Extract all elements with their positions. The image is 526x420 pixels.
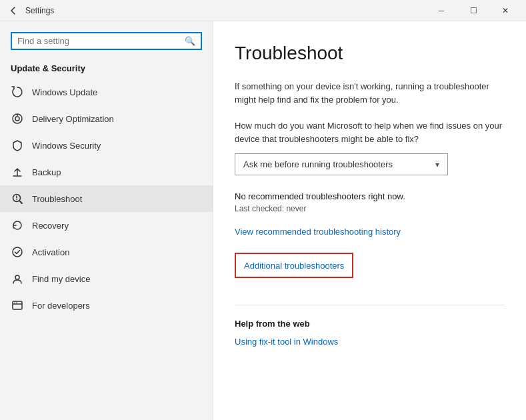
- windows-update-icon: [11, 85, 24, 99]
- svg-point-12: [16, 302, 17, 303]
- sidebar-item-backup[interactable]: Backup: [0, 159, 213, 185]
- using-fix-link[interactable]: Using fix-it tool in Windows: [235, 337, 505, 347]
- sidebar-label-windows-update: Windows Update: [32, 87, 97, 97]
- minimize-button[interactable]: ─: [426, 0, 457, 21]
- sidebar-item-recovery[interactable]: Recovery: [0, 212, 213, 239]
- no-recommended-text: No recommended troubleshooters right now…: [235, 191, 505, 201]
- dropdown-arrow-icon: ▾: [435, 160, 439, 169]
- backup-icon: [11, 165, 24, 179]
- page-title: Troubleshoot: [235, 43, 505, 64]
- back-button[interactable]: [5, 4, 21, 17]
- sidebar-item-troubleshoot[interactable]: Troubleshoot: [0, 185, 213, 212]
- sidebar-item-windows-security[interactable]: Windows Security: [0, 132, 213, 159]
- sidebar-label-backup: Backup: [32, 167, 61, 177]
- sidebar-item-windows-update[interactable]: Windows Update: [0, 79, 213, 105]
- sidebar-label-for-developers: For developers: [32, 301, 90, 311]
- troubleshoot-icon: [11, 192, 24, 205]
- sidebar-label-recovery: Recovery: [32, 221, 69, 231]
- svg-line-5: [19, 201, 22, 203]
- recovery-icon: [11, 219, 24, 232]
- delivery-optimization-icon: [11, 112, 24, 125]
- window-controls: ─ ☐ ✕: [426, 0, 521, 21]
- sidebar-item-delivery-optimization[interactable]: Delivery Optimization: [0, 105, 213, 132]
- last-checked-text: Last checked: never: [235, 204, 505, 213]
- sidebar-item-for-developers[interactable]: For developers: [0, 292, 213, 319]
- sidebar-label-windows-security: Windows Security: [32, 141, 101, 151]
- svg-point-7: [16, 199, 17, 201]
- sidebar-label-find-my-device: Find my device: [32, 274, 90, 284]
- windows-security-icon: [11, 139, 24, 152]
- sidebar-header: 🔍: [0, 21, 213, 63]
- content-area: Troubleshoot If something on your device…: [213, 21, 526, 420]
- sidebar-nav: Windows UpdateDelivery OptimizationWindo…: [0, 79, 213, 319]
- activation-icon: [11, 245, 24, 259]
- search-input[interactable]: [17, 36, 185, 46]
- find-my-device-icon: [11, 272, 24, 285]
- window-title: Settings: [25, 6, 426, 15]
- for-developers-icon: [11, 299, 24, 312]
- maximize-button[interactable]: ☐: [458, 0, 489, 21]
- sidebar-label-activation: Activation: [32, 247, 69, 257]
- sidebar: 🔍 Update & Security Windows UpdateDelive…: [0, 21, 213, 420]
- close-button[interactable]: ✕: [490, 0, 521, 21]
- svg-point-9: [15, 275, 19, 279]
- titlebar: Settings ─ ☐ ✕: [0, 0, 526, 21]
- description-text: If something on your device isn't workin…: [235, 80, 505, 106]
- additional-troubleshooters-box: Additional troubleshooters: [235, 253, 353, 278]
- search-icon: 🔍: [185, 36, 195, 46]
- help-section-title: Help from the web: [235, 319, 505, 329]
- section-title: Update & Security: [0, 63, 213, 79]
- svg-point-1: [15, 117, 19, 121]
- svg-rect-10: [13, 301, 22, 309]
- section-divider: [235, 305, 505, 305]
- sidebar-item-find-my-device[interactable]: Find my device: [0, 265, 213, 292]
- sidebar-item-activation[interactable]: Activation: [0, 239, 213, 265]
- question-text: How much do you want Microsoft to help w…: [235, 119, 505, 145]
- svg-point-11: [14, 302, 15, 303]
- search-box[interactable]: 🔍: [11, 32, 202, 50]
- svg-point-8: [13, 247, 22, 257]
- sidebar-label-delivery-optimization: Delivery Optimization: [32, 114, 114, 124]
- view-history-link[interactable]: View recommended troubleshooting history: [235, 227, 505, 237]
- sidebar-label-troubleshoot: Troubleshoot: [32, 194, 82, 204]
- dropdown-value: Ask me before running troubleshooters: [243, 159, 393, 169]
- additional-troubleshooters-link[interactable]: Additional troubleshooters: [244, 261, 344, 271]
- back-icon: [9, 7, 17, 15]
- main-layout: 🔍 Update & Security Windows UpdateDelive…: [0, 21, 526, 420]
- troubleshoot-dropdown[interactable]: Ask me before running troubleshooters ▾: [235, 153, 448, 175]
